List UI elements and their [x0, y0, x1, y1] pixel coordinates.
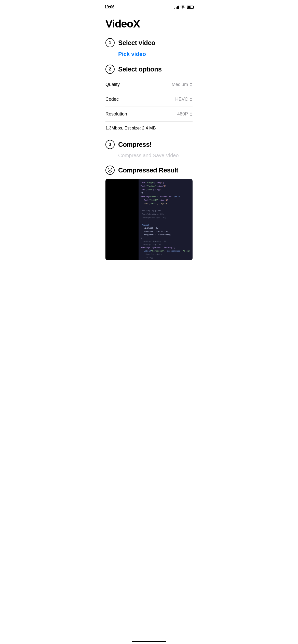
status-bar: 19:06 [99, 0, 199, 13]
app-title: VideoX [105, 18, 193, 30]
select-options-section: 2 Select options Quality Medium Codec [105, 65, 193, 133]
bitrate-info: 1.3Mbps, Est size: 2.4 MB [105, 122, 193, 133]
select-video-header: 1 Select video [105, 38, 193, 47]
resolution-chevron-icon [189, 112, 193, 116]
compress-section: 3 Compress! Compress and Save Video [105, 140, 193, 158]
select-options-title: Select options [118, 65, 162, 73]
main-content: VideoX 1 Select video Pick video 2 Selec… [99, 13, 199, 260]
compress-button[interactable]: Compress and Save Video [118, 153, 193, 158]
svg-point-0 [108, 168, 112, 172]
select-video-section: 1 Select video Pick video [105, 38, 193, 57]
checkmark-icon [107, 168, 113, 173]
select-video-title: Select video [118, 39, 155, 47]
status-time: 19:06 [104, 5, 114, 9]
resolution-row[interactable]: Resolution 480P [105, 107, 193, 122]
step-2-circle: 2 [105, 65, 115, 74]
options-table: Quality Medium Codec HEVC [105, 77, 193, 133]
battery-icon [187, 6, 194, 9]
wifi-icon [181, 5, 185, 9]
resolution-label: Resolution [105, 111, 127, 117]
compressed-video-thumbnail[interactable]: Text("High").tag(1) Text("Medium").tag(2… [105, 179, 193, 260]
step-3-circle: 3 [105, 140, 115, 149]
quality-label: Quality [105, 82, 120, 87]
pick-video-button[interactable]: Pick video [118, 51, 193, 57]
resolution-value-container: 480P [177, 111, 193, 117]
quality-chevron-icon [189, 82, 193, 87]
compressed-result-section: Compressed Result Text("High").tag(1) Te… [105, 166, 193, 260]
compressed-result-title: Compressed Result [118, 166, 178, 174]
select-options-header: 2 Select options [105, 65, 193, 74]
quality-row[interactable]: Quality Medium [105, 77, 193, 92]
step-1-circle: 1 [105, 38, 115, 47]
video-preview: Text("High").tag(1) Text("Medium").tag(2… [105, 179, 193, 260]
quality-value: Medium [172, 82, 188, 87]
compressed-result-header: Compressed Result [105, 166, 193, 175]
code-panel: Text("High").tag(1) Text("Medium").tag(2… [139, 179, 193, 260]
status-icons [174, 5, 194, 9]
codec-value: HEVC [175, 97, 188, 102]
quality-value-container: Medium [172, 82, 193, 87]
step-check-circle [105, 166, 115, 175]
signal-icon [174, 5, 179, 9]
codec-row[interactable]: Codec HEVC [105, 92, 193, 107]
compress-title: Compress! [118, 141, 152, 149]
codec-value-container: HEVC [175, 97, 193, 102]
compress-header: 3 Compress! [105, 140, 193, 149]
codec-label: Codec [105, 97, 119, 102]
resolution-value: 480P [177, 111, 188, 117]
codec-chevron-icon [189, 97, 193, 102]
